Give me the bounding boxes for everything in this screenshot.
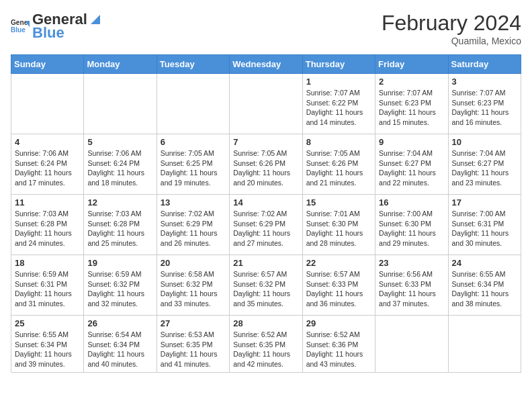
calendar-cell: 13Sunrise: 7:02 AMSunset: 6:29 PMDayligh… — [157, 195, 229, 255]
day-info: Sunrise: 6:55 AMSunset: 6:34 PMDaylight:… — [15, 330, 80, 369]
day-info: Sunrise: 7:07 AMSunset: 6:23 PMDaylight:… — [379, 88, 444, 128]
day-of-week-header: Thursday — [302, 55, 375, 74]
day-info: Sunrise: 6:58 AMSunset: 6:32 PMDaylight:… — [161, 269, 226, 309]
day-number: 29 — [306, 318, 371, 328]
calendar-cell: 17Sunrise: 7:00 AMSunset: 6:31 PMDayligh… — [448, 195, 521, 255]
day-number: 27 — [161, 318, 226, 328]
calendar-week-row: 1Sunrise: 7:07 AMSunset: 6:22 PMDaylight… — [11, 74, 521, 134]
day-number: 25 — [15, 318, 80, 328]
day-number: 13 — [161, 197, 226, 208]
day-info: Sunrise: 7:00 AMSunset: 6:31 PMDaylight:… — [452, 209, 517, 248]
day-number: 26 — [87, 318, 152, 328]
day-info: Sunrise: 7:05 AMSunset: 6:26 PMDaylight:… — [306, 148, 371, 188]
day-info: Sunrise: 6:54 AMSunset: 6:34 PMDaylight:… — [87, 330, 152, 369]
calendar-cell: 5Sunrise: 7:06 AMSunset: 6:24 PMDaylight… — [84, 134, 157, 195]
calendar-cell: 3Sunrise: 7:07 AMSunset: 6:23 PMDaylight… — [448, 74, 521, 134]
day-info: Sunrise: 7:00 AMSunset: 6:30 PMDaylight:… — [379, 209, 444, 248]
calendar-table: SundayMondayTuesdayWednesdayThursdayFrid… — [11, 54, 521, 373]
day-number: 19 — [87, 258, 152, 268]
day-info: Sunrise: 7:07 AMSunset: 6:22 PMDaylight:… — [306, 88, 371, 128]
day-number: 16 — [379, 197, 444, 208]
calendar-cell: 12Sunrise: 7:03 AMSunset: 6:28 PMDayligh… — [84, 195, 157, 255]
calendar-cell: 2Sunrise: 7:07 AMSunset: 6:23 PMDaylight… — [375, 74, 448, 134]
day-number: 24 — [452, 258, 517, 268]
day-number: 10 — [452, 137, 517, 147]
logo-triangle-icon — [88, 12, 103, 27]
day-info: Sunrise: 6:55 AMSunset: 6:34 PMDaylight:… — [452, 269, 517, 309]
day-info: Sunrise: 7:01 AMSunset: 6:30 PMDaylight:… — [306, 209, 371, 248]
calendar-week-row: 4Sunrise: 7:06 AMSunset: 6:24 PMDaylight… — [11, 134, 521, 195]
calendar-cell: 11Sunrise: 7:03 AMSunset: 6:28 PMDayligh… — [11, 195, 84, 255]
day-number: 17 — [452, 197, 517, 208]
calendar-cell: 6Sunrise: 7:05 AMSunset: 6:25 PMDaylight… — [157, 134, 229, 195]
calendar-cell — [11, 74, 84, 134]
day-number: 4 — [15, 137, 80, 147]
day-number: 12 — [87, 197, 152, 208]
day-info: Sunrise: 6:56 AMSunset: 6:33 PMDaylight:… — [379, 269, 444, 309]
calendar-cell: 19Sunrise: 6:59 AMSunset: 6:32 PMDayligh… — [84, 255, 157, 316]
calendar-cell — [157, 74, 229, 134]
day-number: 8 — [306, 137, 371, 147]
day-number: 23 — [379, 258, 444, 268]
day-info: Sunrise: 6:57 AMSunset: 6:32 PMDaylight:… — [233, 269, 298, 309]
calendar-cell: 4Sunrise: 7:06 AMSunset: 6:24 PMDaylight… — [11, 134, 84, 195]
day-info: Sunrise: 6:52 AMSunset: 6:36 PMDaylight:… — [306, 330, 371, 369]
day-info: Sunrise: 7:03 AMSunset: 6:28 PMDaylight:… — [15, 209, 80, 248]
title-area: February 2024 Quamila, Mexico — [382, 11, 521, 46]
calendar-cell: 23Sunrise: 6:56 AMSunset: 6:33 PMDayligh… — [375, 255, 448, 316]
calendar-week-row: 11Sunrise: 7:03 AMSunset: 6:28 PMDayligh… — [11, 195, 521, 255]
calendar-cell: 18Sunrise: 6:59 AMSunset: 6:31 PMDayligh… — [11, 255, 84, 316]
calendar-header-row: SundayMondayTuesdayWednesdayThursdayFrid… — [11, 55, 521, 74]
svg-text:Blue: Blue — [11, 26, 26, 34]
calendar-cell: 16Sunrise: 7:00 AMSunset: 6:30 PMDayligh… — [375, 195, 448, 255]
calendar-cell: 22Sunrise: 6:57 AMSunset: 6:33 PMDayligh… — [302, 255, 375, 316]
calendar-cell: 25Sunrise: 6:55 AMSunset: 6:34 PMDayligh… — [11, 316, 84, 373]
day-info: Sunrise: 7:06 AMSunset: 6:24 PMDaylight:… — [87, 148, 152, 188]
day-info: Sunrise: 7:02 AMSunset: 6:29 PMDaylight:… — [233, 209, 298, 248]
calendar-cell: 1Sunrise: 7:07 AMSunset: 6:22 PMDaylight… — [302, 74, 375, 134]
day-of-week-header: Monday — [84, 55, 157, 74]
day-number: 6 — [161, 137, 226, 147]
calendar-week-row: 25Sunrise: 6:55 AMSunset: 6:34 PMDayligh… — [11, 316, 521, 373]
day-number: 3 — [452, 77, 517, 87]
day-of-week-header: Tuesday — [157, 55, 229, 74]
day-of-week-header: Sunday — [11, 55, 84, 74]
calendar-cell — [84, 74, 157, 134]
calendar-week-row: 18Sunrise: 6:59 AMSunset: 6:31 PMDayligh… — [11, 255, 521, 316]
calendar-cell: 20Sunrise: 6:58 AMSunset: 6:32 PMDayligh… — [157, 255, 229, 316]
calendar-cell: 14Sunrise: 7:02 AMSunset: 6:29 PMDayligh… — [230, 195, 302, 255]
calendar-cell: 15Sunrise: 7:01 AMSunset: 6:30 PMDayligh… — [302, 195, 375, 255]
calendar-cell: 28Sunrise: 6:52 AMSunset: 6:35 PMDayligh… — [230, 316, 302, 373]
location-subtitle: Quamila, Mexico — [382, 36, 521, 46]
day-info: Sunrise: 7:05 AMSunset: 6:26 PMDaylight:… — [233, 148, 298, 188]
calendar-cell: 26Sunrise: 6:54 AMSunset: 6:34 PMDayligh… — [84, 316, 157, 373]
logo-icon: General Blue — [11, 17, 30, 36]
svg-marker-3 — [91, 15, 100, 24]
day-number: 18 — [15, 258, 80, 268]
day-info: Sunrise: 6:59 AMSunset: 6:31 PMDaylight:… — [15, 269, 80, 309]
day-number: 22 — [306, 258, 371, 268]
day-number: 15 — [306, 197, 371, 208]
day-info: Sunrise: 7:04 AMSunset: 6:27 PMDaylight:… — [452, 148, 517, 188]
day-number: 2 — [379, 77, 444, 87]
day-number: 14 — [233, 197, 298, 208]
day-number: 1 — [306, 77, 371, 87]
day-number: 11 — [15, 197, 80, 208]
day-info: Sunrise: 7:06 AMSunset: 6:24 PMDaylight:… — [15, 148, 80, 188]
calendar-cell: 7Sunrise: 7:05 AMSunset: 6:26 PMDaylight… — [230, 134, 302, 195]
header: General Blue General Blue February 2024 … — [11, 11, 521, 46]
day-info: Sunrise: 6:57 AMSunset: 6:33 PMDaylight:… — [306, 269, 371, 309]
calendar-cell: 29Sunrise: 6:52 AMSunset: 6:36 PMDayligh… — [302, 316, 375, 373]
calendar-cell — [448, 316, 521, 373]
day-number: 9 — [379, 137, 444, 147]
calendar-cell: 10Sunrise: 7:04 AMSunset: 6:27 PMDayligh… — [448, 134, 521, 195]
calendar-cell: 21Sunrise: 6:57 AMSunset: 6:32 PMDayligh… — [230, 255, 302, 316]
day-number: 21 — [233, 258, 298, 268]
day-info: Sunrise: 6:59 AMSunset: 6:32 PMDaylight:… — [87, 269, 152, 309]
calendar-cell: 8Sunrise: 7:05 AMSunset: 6:26 PMDaylight… — [302, 134, 375, 195]
day-info: Sunrise: 7:05 AMSunset: 6:25 PMDaylight:… — [161, 148, 226, 188]
day-info: Sunrise: 6:53 AMSunset: 6:35 PMDaylight:… — [161, 330, 226, 369]
calendar-cell — [375, 316, 448, 373]
day-number: 5 — [87, 137, 152, 147]
calendar-cell — [230, 74, 302, 134]
